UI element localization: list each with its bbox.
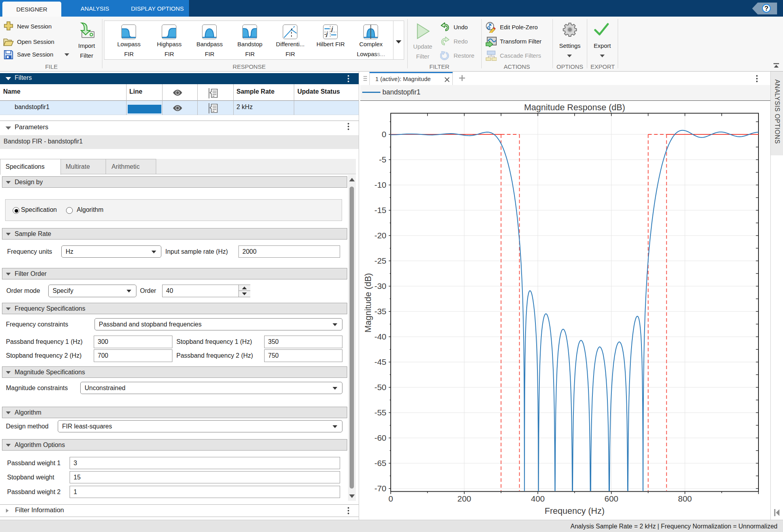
svg-text:200: 200	[457, 494, 471, 503]
svg-text:-65: -65	[374, 458, 386, 468]
svg-text:-5: -5	[379, 155, 386, 164]
svg-text:Magnitude (dB): Magnitude (dB)	[363, 273, 373, 332]
svg-text:400: 400	[531, 494, 545, 503]
svg-text:-25: -25	[374, 256, 386, 265]
svg-text:-10: -10	[374, 180, 386, 189]
svg-text:-30: -30	[374, 281, 386, 291]
svg-text:-35: -35	[374, 307, 386, 316]
svg-text:?: ?	[764, 5, 768, 12]
svg-text:0: 0	[388, 494, 393, 503]
svg-text:-70: -70	[374, 484, 386, 493]
svg-text:-40: -40	[374, 332, 386, 341]
svg-text:-60: -60	[374, 433, 386, 442]
svg-text:600: 600	[604, 494, 618, 503]
svg-text:Magnitude Response (dB): Magnitude Response (dB)	[524, 102, 625, 112]
svg-text:0: 0	[382, 130, 386, 139]
svg-text:-j: -j	[324, 31, 328, 37]
svg-text:j: j	[331, 26, 333, 32]
svg-text:800: 800	[678, 494, 692, 503]
svg-text:-15: -15	[374, 206, 386, 215]
svg-text:-50: -50	[374, 383, 386, 392]
svg-text:-45: -45	[374, 357, 386, 366]
svg-text:-55: -55	[374, 408, 386, 417]
svg-text:-20: -20	[374, 231, 386, 240]
svg-text:Frequency (Hz): Frequency (Hz)	[545, 506, 605, 516]
